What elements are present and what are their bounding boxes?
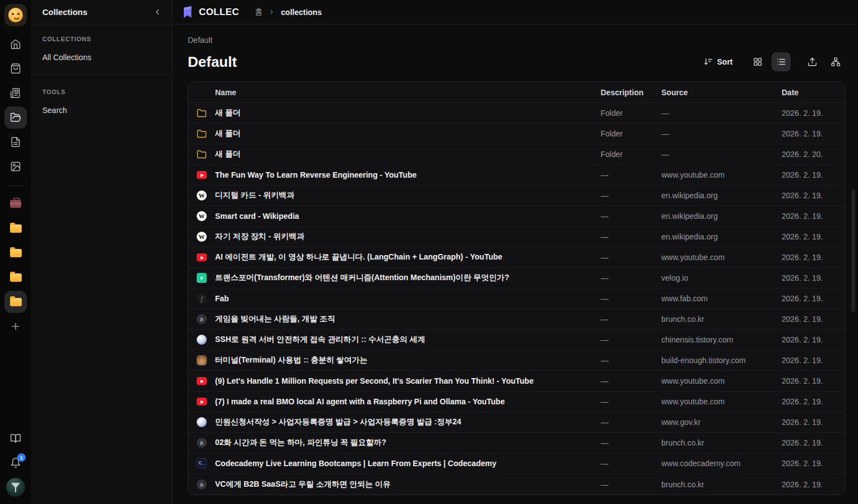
rail-item-news[interactable] xyxy=(4,82,27,104)
folder-emoji-icon xyxy=(10,249,22,257)
library-button[interactable] xyxy=(4,427,27,449)
globe-favicon xyxy=(197,335,207,345)
scrollbar-thumb[interactable] xyxy=(851,189,855,312)
table-row[interactable]: W Smart card - Wikipedia — en.wikipedia.… xyxy=(188,206,845,227)
table-row[interactable]: 새 폴더 Folder — 2026. 2. 19. xyxy=(188,103,845,124)
table-row[interactable]: 새 폴더 Folder — 2026. 2. 20. xyxy=(188,144,845,165)
row-date: 2026. 2. 19. xyxy=(782,294,845,303)
wikipedia-favicon: W xyxy=(197,211,207,221)
table-row[interactable]: C_ Codecademy Live Learning Bootcamps | … xyxy=(188,453,845,474)
breadcrumb-current[interactable]: collections xyxy=(281,8,321,17)
sidebar-item-all-collections[interactable]: All Collections xyxy=(31,48,172,67)
folder-workspace-3[interactable] xyxy=(4,266,27,288)
sort-label: Sort xyxy=(717,57,733,66)
folder-workspace-1[interactable] xyxy=(4,217,27,239)
upload-icon xyxy=(807,57,817,67)
row-description: — xyxy=(601,212,661,221)
breadcrumb-home[interactable]: 홈 xyxy=(255,7,262,17)
row-source: — xyxy=(661,129,782,138)
row-name: (9) Let's Handle 1 Million Requests per … xyxy=(215,376,534,385)
row-source: www.fab.com xyxy=(661,294,782,303)
table-row[interactable]: ƒ Fab — www.fab.com 2026. 2. 19. xyxy=(188,288,845,309)
table-row[interactable]: (9) Let's Handle 1 Million Requests per … xyxy=(188,371,845,392)
row-name: SSH로 원격 서버 안전하게 접속 관리하기 :: 수서곤충의 세계 xyxy=(215,335,425,345)
export-button[interactable] xyxy=(803,52,822,71)
table-row[interactable]: 새 폴더 Folder — 2026. 2. 19. xyxy=(188,124,845,144)
table-row[interactable]: (7) I made a real BMO local AI agent wit… xyxy=(188,392,845,412)
row-date: 2026. 2. 19. xyxy=(782,170,845,179)
hierarchy-button[interactable] xyxy=(826,52,845,71)
brunch-favicon: b xyxy=(197,479,207,490)
column-header-source[interactable]: Source xyxy=(661,88,782,97)
list-view-icon xyxy=(776,57,786,67)
folder-workspace-4[interactable] xyxy=(4,291,27,313)
row-name: Smart card - Wikipedia xyxy=(215,212,299,221)
velog-favicon: v xyxy=(197,273,207,283)
row-description: — xyxy=(601,253,661,262)
book-open-icon xyxy=(10,433,21,444)
rail-divider xyxy=(7,185,24,186)
shopping-bag-icon xyxy=(10,63,21,74)
row-name: 게임을 빚어내는 사람들, 개발 조직 xyxy=(215,314,335,324)
folder-emoji-icon xyxy=(10,273,22,282)
sidebar-collapse-button[interactable] xyxy=(150,5,164,19)
rail-item-collections[interactable] xyxy=(4,106,27,129)
table-row[interactable]: b VC에게 B2B SaaS라고 우릴 소개하면 안되는 이유 — brunc… xyxy=(188,474,845,495)
wikipedia-favicon: W xyxy=(197,190,207,200)
row-description: Folder xyxy=(601,109,661,118)
profile-button[interactable] xyxy=(4,476,27,498)
row-date: 2026. 2. 19. xyxy=(782,376,845,385)
row-date: 2026. 2. 19. xyxy=(782,480,845,489)
table-row[interactable]: b 게임을 빚어내는 사람들, 개발 조직 — brunch.co.kr 202… xyxy=(188,309,845,330)
app-logo-text[interactable]: COLLEC xyxy=(199,7,239,18)
table-row[interactable]: AI 에이전트 개발, 이 영상 하나로 끝냅니다. (LangChain + … xyxy=(188,247,845,268)
sidebar-item-search[interactable]: Search xyxy=(31,101,172,120)
top-bar: COLLEC 홈 collections xyxy=(173,0,858,25)
row-date: 2026. 2. 19. xyxy=(782,109,845,118)
folder-workspace-2[interactable] xyxy=(4,242,27,264)
row-description: — xyxy=(601,397,661,406)
row-description: Folder xyxy=(601,129,661,138)
youtube-favicon xyxy=(197,397,207,407)
sidebar-section-tools: TOOLS xyxy=(31,75,172,101)
workspace-avatar[interactable] xyxy=(4,4,27,26)
grid-view-button[interactable] xyxy=(748,52,767,71)
row-description: — xyxy=(601,232,661,241)
table-row[interactable]: b 02화 시간과 돈 먹는 하마, 파인튜닝 꼭 필요할까? — brunch… xyxy=(188,433,845,453)
rail-item-shop[interactable] xyxy=(4,57,27,80)
table-row[interactable]: v 트랜스포머(Transformer)와 어텐션 매커니즘(Attention… xyxy=(188,268,845,288)
rail-item-media[interactable] xyxy=(4,155,27,178)
column-header-description[interactable]: Description xyxy=(601,88,661,97)
toolbar: Sort xyxy=(700,52,845,71)
notifications-button[interactable]: 1 xyxy=(4,452,27,474)
column-header-name[interactable]: Name xyxy=(188,88,601,97)
page-title: Default xyxy=(188,53,237,71)
row-source: build-enough.tistory.com xyxy=(661,356,782,365)
row-description: — xyxy=(601,376,661,385)
table-row[interactable]: SSH로 원격 서버 안전하게 접속 관리하기 :: 수서곤충의 세계 — ch… xyxy=(188,330,845,350)
rail-item-home[interactable] xyxy=(4,33,27,55)
briefcase-workspace[interactable] xyxy=(4,193,27,215)
app-window: 1 Collections COLLECTIONS All Collection… xyxy=(0,0,858,504)
row-date: 2026. 2. 19. xyxy=(782,212,845,221)
row-source: — xyxy=(661,150,782,159)
add-workspace-button[interactable] xyxy=(4,315,27,337)
sort-button[interactable]: Sort xyxy=(700,52,736,71)
rail-item-documents[interactable] xyxy=(4,131,27,153)
table-row[interactable]: 터미널(Terminal) 사용법 :: 충분히 쌓여가는 — build-en… xyxy=(188,350,845,371)
chevron-right-icon xyxy=(268,8,275,16)
list-view-button[interactable] xyxy=(772,52,791,71)
row-source: brunch.co.kr xyxy=(661,480,782,489)
row-source: brunch.co.kr xyxy=(661,438,782,447)
row-name: 자기 저장 장치 - 위키백과 xyxy=(215,232,304,242)
table-row[interactable]: 민원신청서작성 > 사업자등록증명 발급 > 사업자등록증명 발급 :정부24 … xyxy=(188,412,845,433)
row-source: — xyxy=(661,109,782,118)
row-name: 02화 시간과 돈 먹는 하마, 파인튜닝 꼭 필요할까? xyxy=(215,438,386,448)
row-description: — xyxy=(601,418,661,427)
table-row[interactable]: W 디지털 카드 - 위키백과 — en.wikipedia.org 2026.… xyxy=(188,185,845,206)
table-row[interactable]: The Fun Way To Learn Reverse Engineering… xyxy=(188,165,845,185)
row-description: — xyxy=(601,480,661,489)
table-row[interactable]: W 자기 저장 장치 - 위키백과 — en.wikipedia.org 202… xyxy=(188,227,845,247)
column-header-date[interactable]: Date xyxy=(782,88,845,97)
row-source: brunch.co.kr xyxy=(661,315,782,324)
